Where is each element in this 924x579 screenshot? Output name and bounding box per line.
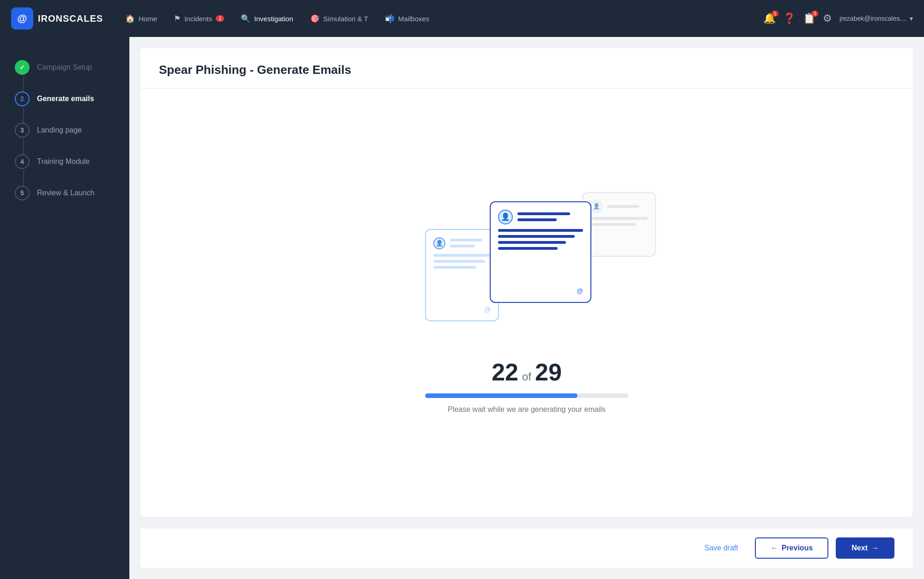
progress-bar-container xyxy=(425,393,628,398)
sidebar-step-landing-page[interactable]: 3 Landing page xyxy=(0,115,129,146)
step-label-3: Landing page xyxy=(37,126,82,134)
step-label-4: Training Module xyxy=(37,157,90,166)
step-circle-5: 5 xyxy=(15,186,30,200)
sidebar-step-generate-emails[interactable]: 2 Generate emails xyxy=(0,83,129,115)
footer-bar: Save draft ← Previous Next → xyxy=(140,528,913,568)
email-card-faded: 👤 xyxy=(582,192,656,257)
nav-incidents[interactable]: ⚑ Incidents 2 xyxy=(166,10,231,27)
progress-of-label: of xyxy=(522,370,531,383)
generation-area: 👤 @ xyxy=(140,89,913,517)
arrow-left-icon: ← xyxy=(771,544,778,552)
user-menu[interactable]: jrezabek@ironscales.... ▾ xyxy=(839,15,913,22)
previous-button[interactable]: ← Previous xyxy=(755,537,829,559)
sidebar: ✓ Campaign Setup 2 Generate emails 3 Lan… xyxy=(0,37,129,579)
card-header-small: 👤 xyxy=(433,237,491,249)
progress-status-text: Please wait while we are generating your… xyxy=(448,405,606,414)
incidents-badge: 2 xyxy=(216,15,224,22)
page-header: Spear Phishing - Generate Emails xyxy=(140,48,913,89)
progress-bar-fill xyxy=(425,393,578,398)
avatar-medium: 👤 xyxy=(498,210,513,224)
progress-current: 22 xyxy=(492,358,518,386)
arrow-right-icon: → xyxy=(871,544,879,552)
simulation-icon: 🎯 xyxy=(310,14,320,24)
at-sign-medium: @ xyxy=(577,287,583,295)
gear-icon: ⚙ xyxy=(823,12,832,24)
app-name: IRONSCALES xyxy=(38,13,103,24)
progress-section: 22 of 29 Please wait while we are genera… xyxy=(425,358,628,414)
help-icon: ❓ xyxy=(783,12,796,24)
incidents-icon: ⚑ xyxy=(174,14,181,24)
settings-button[interactable]: ⚙ xyxy=(823,12,832,24)
page-content-wrapper: Spear Phishing - Generate Emails 👤 xyxy=(129,37,924,579)
nav-right: 🔔 1 ❓ 📋 3 ⚙ jrezabek@ironscales.... ▾ xyxy=(763,12,913,24)
mailboxes-icon: 📬 xyxy=(385,14,395,24)
sidebar-step-training-module[interactable]: 4 Training Module xyxy=(0,146,129,177)
card-lines-medium xyxy=(517,212,583,221)
card-header-faded: 👤 xyxy=(590,200,648,212)
next-button[interactable]: Next → xyxy=(836,537,894,559)
progress-total: 29 xyxy=(535,358,562,386)
card-lines-small xyxy=(450,239,491,247)
notifications-button[interactable]: 🔔 1 xyxy=(763,12,776,24)
chevron-down-icon: ▾ xyxy=(910,15,913,22)
nav-simulation[interactable]: 🎯 Simulation & T xyxy=(303,10,376,27)
at-sign-small: @ xyxy=(484,306,491,313)
username-label: jrezabek@ironscales.... xyxy=(839,15,907,22)
step-circle-4: 4 xyxy=(15,154,30,169)
email-card-small: 👤 @ xyxy=(425,229,499,321)
sidebar-step-review-launch[interactable]: 5 Review & Launch xyxy=(0,177,129,209)
step-circle-2: 2 xyxy=(15,91,30,106)
step-label-5: Review & Launch xyxy=(37,189,95,197)
main-layout: ✓ Campaign Setup 2 Generate emails 3 Lan… xyxy=(0,37,924,579)
card-body-lines-medium xyxy=(498,229,583,283)
card-lines-faded xyxy=(607,205,648,208)
card-body-lines-small xyxy=(433,254,491,301)
avatar-small: 👤 xyxy=(433,237,445,249)
help-button[interactable]: ❓ xyxy=(783,12,796,24)
step-label-2: Generate emails xyxy=(37,95,94,103)
content-area: Spear Phishing - Generate Emails 👤 xyxy=(129,37,924,579)
step-circle-3: 3 xyxy=(15,123,30,138)
page-card: Spear Phishing - Generate Emails 👤 xyxy=(140,48,913,517)
logo-icon: @ xyxy=(11,7,33,30)
investigation-icon: 🔍 xyxy=(241,14,250,24)
save-draft-button[interactable]: Save draft xyxy=(695,538,748,558)
tasks-badge: 3 xyxy=(811,11,819,17)
tasks-button[interactable]: 📋 3 xyxy=(803,12,815,24)
progress-counter: 22 of 29 xyxy=(492,358,562,386)
app-logo[interactable]: @ IRONSCALES xyxy=(11,7,103,30)
home-icon: 🏠 xyxy=(125,14,135,24)
nav-mailboxes[interactable]: 📬 Mailboxes xyxy=(377,10,437,27)
step-circle-1: ✓ xyxy=(15,60,30,75)
sidebar-step-campaign-setup[interactable]: ✓ Campaign Setup xyxy=(0,52,129,83)
navbar: @ IRONSCALES 🏠 Home ⚑ Incidents 2 🔍 Inve… xyxy=(0,0,924,37)
email-card-medium: 👤 xyxy=(490,201,591,303)
nav-home[interactable]: 🏠 Home xyxy=(118,10,164,27)
card-body-lines-faded xyxy=(590,217,648,248)
card-header-medium: 👤 xyxy=(498,210,583,224)
page-title: Spear Phishing - Generate Emails xyxy=(159,63,894,77)
nav-items: 🏠 Home ⚑ Incidents 2 🔍 Investigation 🎯 S… xyxy=(118,10,760,27)
avatar-faded: 👤 xyxy=(590,200,602,212)
notifications-badge: 1 xyxy=(772,11,779,17)
email-illustrations: 👤 @ xyxy=(388,192,665,340)
nav-investigation[interactable]: 🔍 Investigation xyxy=(233,10,300,27)
step-label-1: Campaign Setup xyxy=(37,63,92,72)
